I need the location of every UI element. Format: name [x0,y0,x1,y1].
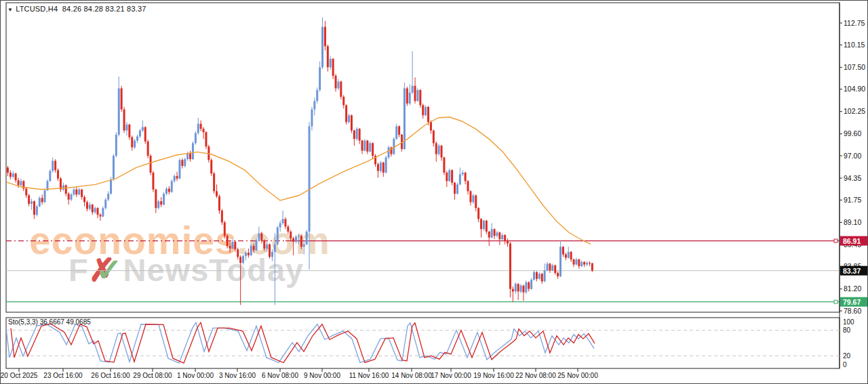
price-axis-label: 97.00 [844,152,861,160]
time-axis-label: 11 Nov 16:00 [349,372,389,379]
candle-body [152,173,154,190]
candle-body [422,105,424,115]
price-axis-label: 104.90 [844,85,865,93]
time-axis: 20 Oct 202523 Oct 16:0026 Oct 16:0029 Oc… [1,368,598,379]
candle-body [425,107,427,115]
stochastic-panel[interactable]: 10080200 [6,318,854,368]
candle-body [395,126,397,139]
candle-body [269,244,271,257]
candle-body [279,223,281,228]
candle-body [348,115,350,122]
candle-body [131,137,133,148]
candle-body [541,274,543,281]
candle-body [324,27,326,47]
candle-body [547,263,549,270]
candle-body [36,207,38,215]
candle-body [313,101,315,109]
candle-body [406,88,408,103]
candle-body [340,81,342,96]
candle-body [522,286,524,293]
candle-body [68,194,70,200]
candle-body [517,284,519,291]
candle-body [110,179,112,194]
candle-body [498,232,500,239]
candle-body [266,244,268,249]
candle-body [559,247,561,276]
candle-body [102,208,104,216]
candle-body [242,256,244,263]
candle-body [580,262,583,266]
candle-body [224,222,226,236]
candle-body [414,86,416,101]
candle-body [75,190,77,194]
candle-body [65,186,67,194]
candle-body [359,129,361,140]
candle-body [509,243,511,289]
candle-body [165,189,167,194]
candle-body [488,232,490,238]
candle-body [332,59,334,76]
candle-body [49,171,51,181]
candle-body [351,115,353,130]
candle-body [290,232,292,238]
candle-body [282,219,284,223]
candle-body [520,286,522,292]
candle-body [155,190,157,208]
candle-body [25,189,27,196]
candle-body [311,110,313,127]
candle-body [234,242,236,249]
time-axis-label: 25 Nov 00:00 [557,372,598,379]
stochastic-k-line[interactable] [6,322,594,363]
support-end-marker [834,300,837,303]
moving-average-line[interactable] [6,117,591,244]
candle-body [456,184,458,194]
time-axis-label: 23 Oct 16:00 [43,372,83,379]
candle-body [591,263,593,271]
candle-body [192,143,194,159]
candle-body [197,124,199,133]
candle-body [113,156,115,179]
time-axis-label: 6 Nov 08:00 [262,372,298,379]
chart-canvas[interactable]: 112.75110.15107.50104.90102.2599.6097.00… [1,1,868,384]
candle-body [54,161,56,170]
candle-body [469,191,471,202]
candle-body [448,170,450,181]
candle-body [570,252,572,259]
price-axis-label: 102.25 [844,107,865,115]
candle-body [496,232,498,236]
candle-body [356,129,358,139]
candle-body [369,143,371,151]
price-axis-label: 89.10 [844,218,861,226]
candle-body [171,181,173,192]
candle-body [245,253,247,256]
price-axis-label: 94.35 [844,174,861,182]
candle-body [345,105,347,122]
candle-body [589,263,591,263]
candle-body [372,143,374,156]
candle-body [213,173,215,191]
candle-body [250,246,252,255]
candle-body [300,236,302,247]
candle-body [501,235,503,239]
candle-body [71,194,73,199]
candle-body [515,284,517,291]
candle-body [33,201,35,215]
time-axis-label: 22 Nov 08:00 [515,372,556,379]
candle-body [335,76,337,89]
candle-body [139,131,141,137]
candle-body [530,280,532,289]
candle-body [536,272,538,279]
candle-body [361,141,363,151]
candle-body [295,236,297,241]
candles-layer[interactable] [7,18,593,305]
candle-body [221,211,223,222]
candle-body [7,167,9,172]
candle-body [44,190,46,202]
candle-body [226,236,229,246]
candle-body [462,173,464,174]
candle-body [94,208,96,212]
candle-body [557,273,559,276]
candle-body [263,241,265,249]
candle-body [107,194,109,200]
collapse-chart-icon[interactable]: ▼ [7,7,13,13]
